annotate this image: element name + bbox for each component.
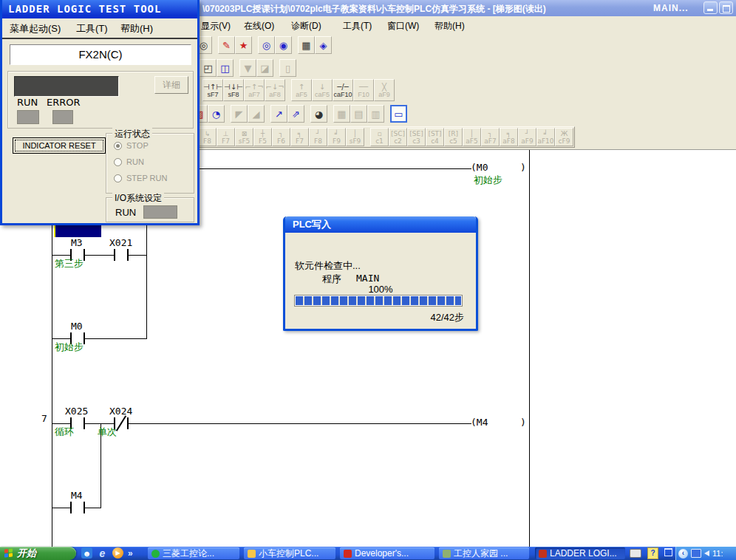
line-delete-button[interactable]: ─/─caF10 — [333, 79, 353, 101]
help-tray-icon[interactable]: ? — [647, 547, 658, 559]
skip-up-button[interactable]: ◤ — [231, 105, 248, 123]
up-arrow-button[interactable]: ↑aF5 — [291, 79, 312, 101]
monitor-write-button[interactable]: ★ — [235, 36, 252, 54]
fkey-label: F9 — [333, 137, 341, 145]
test-tool-titlebar[interactable]: LADDER LOGIC TEST TOOL — [2, 0, 197, 18]
key-label: aF9 — [378, 91, 390, 98]
radio-stop[interactable]: STOP — [114, 141, 149, 150]
fkey-button[interactable]: │aF5 — [463, 128, 481, 146]
pulse-contact-button[interactable]: ⊣↑⊢sF7 — [202, 79, 223, 101]
volume-tray-icon[interactable] — [704, 550, 709, 556]
fkey-button[interactable]: ╛aF10 — [536, 128, 555, 146]
vline-delete-button[interactable]: ╳aF9 — [374, 79, 395, 101]
fkey-button[interactable]: [ST]c4 — [426, 128, 444, 146]
fkey-button[interactable]: ╛F9 — [327, 128, 346, 146]
indicator-reset-button[interactable]: INDICATOR RESET — [13, 137, 106, 154]
menu-help[interactable]: 帮助(H) — [435, 20, 465, 33]
restore-mini-icon[interactable] — [664, 548, 672, 556]
write-mode-button[interactable]: ✎ — [218, 36, 235, 54]
start-button[interactable]: 开始 — [0, 547, 76, 560]
project-tree-button[interactable]: ◫ — [217, 59, 234, 77]
doc-view-button[interactable]: ▯ — [279, 59, 296, 77]
branch-falling-button[interactable]: ⌐↓¬aF8 — [265, 79, 285, 101]
fkey-button[interactable]: ┐F6 — [272, 128, 290, 146]
fkey-button[interactable]: ⊠sF5 — [235, 128, 253, 146]
fkey-label: c3 — [412, 137, 420, 145]
skip-down-button[interactable]: ◢ — [248, 105, 265, 123]
grid-b-button[interactable]: ▤ — [350, 105, 367, 123]
write-status-text: 软元件检查中... — [295, 259, 361, 273]
verify-button[interactable]: ◈ — [315, 36, 332, 54]
restore-button[interactable] — [719, 1, 733, 14]
zoom-out-button[interactable]: ◎ — [258, 36, 275, 54]
fkey-button[interactable]: │sF9 — [346, 128, 364, 146]
desktop: \070203PLC授课计划\0702plc电子教案资料\小车控制PLC仿真学习… — [0, 0, 736, 560]
hline-button[interactable]: ──F10 — [353, 79, 374, 101]
comment-display-icon: ▭ — [394, 109, 403, 120]
scan-time-button[interactable]: ◔ — [208, 105, 225, 123]
device-batch-button[interactable]: ◪ — [256, 59, 273, 77]
fkey-button[interactable]: ЖcF9 — [555, 128, 573, 146]
menu-window[interactable]: 窗口(W) — [387, 20, 419, 33]
fkey-button[interactable]: ┐aF7 — [481, 128, 500, 146]
fkey-button[interactable]: [R]c5 — [444, 128, 463, 146]
fkey-button[interactable]: ┘F8 — [309, 128, 327, 146]
contact-x021[interactable] — [114, 249, 129, 261]
jump-source-button[interactable]: ↗ — [270, 105, 287, 123]
zoom-in-button[interactable]: ◉ — [275, 36, 292, 54]
find-window-button[interactable]: ◰ — [200, 59, 217, 77]
coil-m0[interactable]: (M0 — [471, 163, 488, 173]
fkey-button[interactable]: ╕aF8 — [500, 128, 518, 146]
messenger-icon[interactable]: ☻ — [81, 547, 92, 559]
fkey-button[interactable]: ⊥F7 — [217, 128, 235, 146]
fkey-icon: │ — [470, 130, 474, 137]
fkey-button[interactable]: ┘aF9 — [518, 128, 536, 146]
fkey-button[interactable]: [SE]c3 — [407, 128, 426, 146]
fkey-button[interactable]: ▫c1 — [370, 128, 389, 146]
pulse-contact-fall-button[interactable]: ⊣↓⊢sF8 — [223, 79, 244, 101]
taskbar-item-home[interactable]: 工控人家园 ... — [439, 547, 529, 559]
menu-tool[interactable]: 工具(T) — [76, 22, 108, 35]
fkey-button[interactable]: ┼F5 — [253, 128, 272, 146]
menu-start[interactable]: 菜单起动(S) — [10, 22, 61, 35]
taskbar-item-ladder-tool[interactable]: LADDER LOGI... — [535, 547, 625, 559]
minimize-button[interactable] — [703, 1, 718, 14]
media-player-icon[interactable]: ▶ — [112, 547, 123, 559]
contact-m4[interactable] — [70, 502, 85, 513]
taskbar-item-pdf[interactable]: Developer's... — [340, 547, 435, 559]
plc-write-titlebar[interactable]: PLC写入 — [285, 216, 476, 233]
keyboard-layout-icon[interactable] — [630, 549, 641, 558]
fkey-button[interactable]: ↳F8 — [198, 128, 217, 146]
down-arrow-button[interactable]: ↓caF5 — [312, 79, 333, 101]
coil-m4[interactable]: (M4 — [471, 417, 488, 428]
comment-toggle-button[interactable]: ▭ — [390, 105, 407, 123]
branch-rising-button[interactable]: ⌐↑¬aF7 — [244, 79, 265, 101]
tile-window-button[interactable]: ▦ — [298, 36, 315, 54]
fkey-button[interactable]: [SC]c2 — [389, 128, 407, 146]
find-device-button[interactable]: ◕ — [310, 105, 327, 123]
io-monitor-button[interactable]: ▼ — [239, 59, 256, 77]
menu-view[interactable]: 显示(V) — [201, 20, 231, 33]
jump-dest-button[interactable]: ⇗ — [287, 105, 304, 123]
taskbar-item-forum[interactable]: 三菱工控论... — [148, 547, 239, 559]
ladder-cursor-cell[interactable] — [54, 224, 101, 237]
key-label: aF5 — [296, 91, 307, 98]
fkey-button[interactable]: ╕F7 — [290, 128, 309, 146]
device-comment: 单次 — [98, 427, 117, 437]
detail-button[interactable]: 详细 — [154, 76, 188, 94]
quick-launch-chevron[interactable]: » — [128, 548, 133, 559]
display-tray-icon[interactable] — [691, 549, 701, 558]
ie-icon[interactable]: e — [97, 547, 108, 559]
menu-diagnostics[interactable]: 诊断(D) — [291, 20, 321, 33]
radio-button-icon — [114, 142, 122, 150]
hide-icons-button[interactable]: ‹ — [678, 549, 688, 559]
radio-step-run[interactable]: STEP RUN — [114, 174, 167, 182]
radio-run[interactable]: RUN — [114, 157, 144, 166]
menu-online[interactable]: 在线(O) — [244, 20, 274, 33]
grid-a-button[interactable]: ▦ — [333, 105, 350, 123]
taskbar-item-folder[interactable]: 小车控制PLC... — [244, 547, 335, 559]
grid-c-button[interactable]: ▥ — [367, 105, 384, 123]
menu-tools[interactable]: 工具(T) — [343, 20, 372, 33]
menu-help2[interactable]: 帮助(H) — [120, 22, 153, 35]
run-lamp — [17, 110, 39, 124]
